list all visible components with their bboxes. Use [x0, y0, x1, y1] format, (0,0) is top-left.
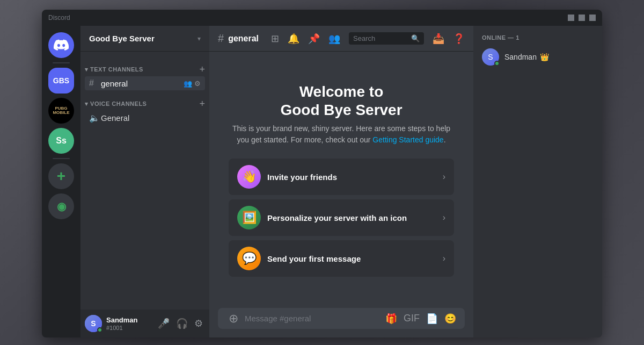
text-channels-category: ▾ Text Channels + — [80, 56, 209, 76]
gbs-abbr: GBS — [53, 76, 69, 85]
user-status-indicator — [97, 327, 103, 333]
mic-button[interactable]: 🎤 — [156, 315, 172, 332]
add-text-channel-button[interactable]: + — [199, 64, 205, 74]
discover-icon: ◉ — [57, 200, 66, 213]
main-content: GBS PUBGMOBILE Ss + ◉ Good Bye Ser — [42, 26, 602, 337]
message-tools: 🎁 GIF 📄 😊 — [385, 313, 456, 325]
welcome-section: Welcome toGood Bye Server This is your b… — [229, 83, 454, 277]
minimize-button[interactable]: – — [568, 15, 574, 21]
title-bar: Discord – □ ✕ — [42, 10, 602, 26]
notifications-button[interactable]: 🔔 — [288, 33, 299, 45]
action-card-invite-friends[interactable]: 👋 Invite your friends › — [229, 159, 454, 195]
invite-friends-icon: 👋 — [237, 165, 261, 189]
action-cards: 👋 Invite your friends › 🖼️ Personalize y… — [229, 159, 454, 277]
getting-started-link[interactable]: Getting Started guide — [372, 135, 443, 144]
add-voice-channel-button[interactable]: + — [199, 99, 205, 109]
emoji-button[interactable]: 😊 — [444, 313, 456, 325]
user-tag: #1001 — [106, 325, 151, 331]
server-icon-pubg[interactable]: PUBGMOBILE — [48, 98, 74, 124]
maximize-button[interactable]: □ — [579, 15, 585, 21]
member-badge: 👑 — [540, 53, 549, 61]
avatar: S — [85, 315, 102, 332]
chevron-right-icon-1: › — [443, 172, 445, 182]
text-channels-label: ▾ Text Channels — [85, 66, 143, 73]
server-name: Good Bye Server — [89, 34, 155, 43]
members-button[interactable]: 👥 — [328, 33, 340, 45]
chevron-right-icon-2: › — [443, 213, 445, 222]
chat-header: # general ⊞ 🔔 📌 👥 🔍 📥 ❓ — [209, 26, 473, 52]
channel-item-general[interactable]: # general 👥 ⚙ — [85, 76, 205, 90]
chat-content: Welcome toGood Bye Server This is your b… — [209, 52, 473, 308]
server-divider — [53, 62, 70, 63]
user-controls: 🎤 🎧 ⚙ — [156, 315, 205, 332]
chevron-down-icon: ▾ — [197, 35, 201, 42]
channel-item-general-voice[interactable]: 🔈 General — [85, 111, 205, 125]
chat-area: # general ⊞ 🔔 📌 👥 🔍 📥 ❓ — [209, 26, 473, 337]
threads-button[interactable]: ⊞ — [271, 33, 279, 45]
user-area: S Sandman #1001 🎤 🎧 ⚙ — [80, 310, 209, 337]
chevron-right-icon-3: › — [443, 254, 445, 263]
member-item-sandman[interactable]: S Sandman 👑 — [478, 45, 598, 69]
voice-channels-category: ▾ Voice Channels + — [80, 90, 209, 111]
server-icon-add[interactable]: + — [48, 163, 74, 189]
server-header[interactable]: Good Bye Server ▾ — [80, 26, 209, 52]
welcome-server-name: Good Bye Server — [280, 102, 402, 118]
member-name-sandman: Sandman 👑 — [504, 53, 549, 61]
server-icon-ss[interactable]: Ss — [48, 128, 74, 154]
send-message-icon: 💬 — [237, 247, 261, 270]
title-bar-text: Discord — [48, 14, 568, 21]
members-online-title: Online — 1 — [478, 34, 598, 41]
speaker-icon: 🔈 — [89, 113, 98, 123]
voice-channels-label: ▾ Voice Channels — [85, 100, 147, 107]
server-list: GBS PUBGMOBILE Ss + ◉ — [42, 26, 80, 337]
search-bar[interactable]: 🔍 — [349, 32, 424, 45]
add-icon: + — [57, 168, 65, 185]
member-status-dot — [494, 61, 500, 66]
user-settings-button[interactable]: ⚙ — [192, 315, 205, 332]
action-card-send-message[interactable]: 💬 Send your first message › — [229, 240, 454, 277]
chat-header-actions: ⊞ 🔔 📌 👥 🔍 📥 ❓ — [271, 32, 465, 45]
add-member-icon[interactable]: 👥 — [184, 80, 192, 88]
member-avatar-sandman: S — [482, 48, 499, 66]
channel-list: ▾ Text Channels + # general 👥 ⚙ ▾ Voice … — [80, 52, 209, 310]
server-divider-2 — [53, 158, 70, 159]
message-input[interactable] — [245, 308, 381, 329]
welcome-title: Welcome toGood Bye Server — [280, 83, 402, 119]
message-input-container: ⊕ 🎁 GIF 📄 😊 — [218, 308, 465, 329]
send-message-label: Send your first message — [267, 254, 436, 263]
settings-icon[interactable]: ⚙ — [194, 80, 201, 88]
server-icon-discover[interactable]: ◉ — [48, 193, 74, 219]
chat-channel-name: general — [228, 34, 267, 44]
sticker-button[interactable]: 📄 — [426, 313, 438, 325]
personalize-icon: 🖼️ — [237, 206, 261, 229]
search-input[interactable] — [353, 34, 407, 42]
close-button[interactable]: ✕ — [589, 15, 596, 21]
user-name: Sandman — [106, 316, 151, 325]
channel-actions: 👥 ⚙ — [184, 80, 201, 88]
ss-abbr: Ss — [56, 136, 67, 146]
message-input-area: ⊕ 🎁 GIF 📄 😊 — [209, 308, 473, 337]
channel-name-general-voice: General — [101, 113, 201, 123]
user-info: Sandman #1001 — [106, 316, 151, 331]
pubg-label: PUBGMOBILE — [53, 106, 69, 115]
welcome-description: This is your brand new, shiny server. He… — [229, 123, 454, 146]
server-icon-gbs[interactable]: GBS — [48, 68, 74, 94]
headphones-button[interactable]: 🎧 — [174, 315, 190, 332]
title-bar-controls: – □ ✕ — [568, 15, 596, 21]
discord-window: Discord – □ ✕ GBS PUBGMOBILE — [42, 10, 602, 337]
action-card-personalize[interactable]: 🖼️ Personalize your server with an icon … — [229, 199, 454, 236]
chat-hash-icon: # — [218, 32, 224, 45]
pinned-button[interactable]: 📌 — [308, 33, 320, 45]
gif-button[interactable]: GIF — [404, 313, 420, 324]
search-icon: 🔍 — [411, 34, 420, 42]
invite-friends-label: Invite your friends — [267, 172, 436, 182]
channel-sidebar: Good Bye Server ▾ ▾ Text Channels + # ge… — [80, 26, 209, 337]
members-sidebar: Online — 1 S Sandman 👑 — [473, 26, 602, 337]
hash-icon: # — [89, 78, 98, 88]
help-button[interactable]: ❓ — [453, 33, 465, 45]
inbox-button[interactable]: 📥 — [433, 33, 444, 45]
message-add-button[interactable]: ⊕ — [226, 310, 240, 328]
server-icon-discord-home[interactable] — [48, 32, 74, 58]
channel-name-general: general — [101, 79, 184, 88]
gift-button[interactable]: 🎁 — [385, 313, 397, 325]
